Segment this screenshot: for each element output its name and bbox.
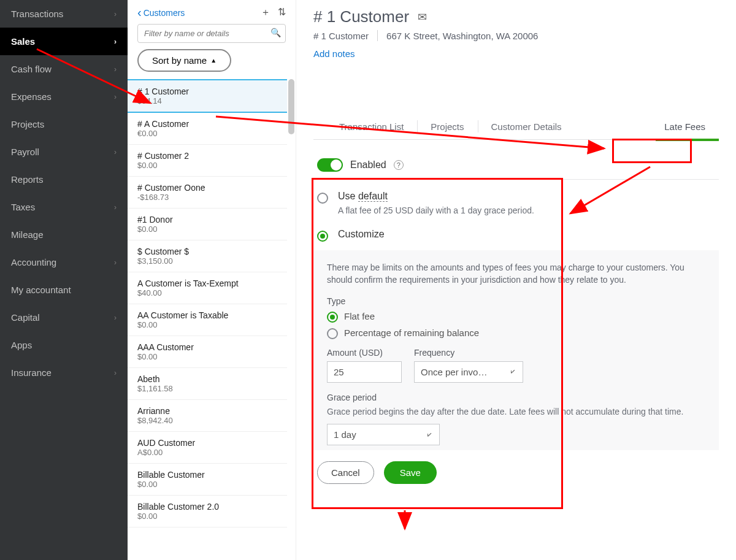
sidebar-item-cash-flow[interactable]: Cash flow› (0, 55, 128, 83)
save-button[interactable]: Save (384, 461, 437, 484)
frequency-select[interactable]: Once per invo… 🗸 (414, 361, 523, 383)
list-item[interactable]: Abeth$1,161.58 (128, 368, 287, 400)
sidebar-item-label: Payroll (11, 147, 39, 157)
scrollbar-thumb[interactable] (288, 79, 294, 134)
list-item[interactable]: # Customer 2$0.00 (128, 145, 287, 177)
enabled-label: Enabled (350, 159, 386, 171)
list-item[interactable]: AA Customer is Taxable$0.00 (128, 304, 287, 336)
chevron-right-icon: › (114, 203, 117, 212)
page-title: # 1 Customer (313, 7, 409, 26)
list-item[interactable]: A Customer is Tax-Exempt$40.00 (128, 272, 287, 304)
cancel-button[interactable]: Cancel (317, 461, 374, 484)
amount-input[interactable] (327, 361, 402, 383)
list-item-name: #1 Donor (137, 215, 277, 224)
sidebar-item-payroll[interactable]: Payroll› (0, 138, 128, 166)
list-item-name: A Customer is Tax-Exempt (137, 278, 277, 288)
tab-projects[interactable]: Projects (417, 114, 477, 139)
list-item-amount: $0.00 (137, 512, 277, 521)
sidebar-item-sales[interactable]: Sales› (0, 28, 128, 55)
list-item-amount: $0.00 (137, 480, 277, 489)
list-item[interactable]: Billable Customer 2.0$0.00 (128, 496, 287, 527)
list-item-name: Billable Customer 2.0 (137, 502, 277, 512)
list-item[interactable]: # A Customer€0.00 (128, 113, 287, 145)
sidebar-item-label: Apps (11, 340, 32, 350)
list-item-amount: -$168.73 (137, 193, 277, 202)
flat-fee-label: Flat fee (344, 311, 375, 321)
list-item[interactable]: $ Customer $$3,150.00 (128, 240, 287, 272)
grace-period-desc: Grace period begins the day after the du… (327, 406, 705, 418)
list-item-amount: $0.00 (137, 320, 277, 329)
sort-asc-icon: ▲ (210, 57, 217, 64)
tab-late-fees[interactable]: Late Fees (651, 114, 719, 139)
add-icon[interactable]: ＋ (261, 6, 270, 19)
list-settings-icon[interactable]: ⇅ (278, 6, 286, 19)
help-icon[interactable]: ? (394, 160, 404, 170)
list-item-amount: $0.00 (137, 224, 277, 234)
list-item[interactable]: #1 Donor$0.00 (128, 209, 287, 240)
fee-disclaimer: There may be limits on the amounts and t… (327, 261, 705, 286)
list-item[interactable]: AUD CustomerA$0.00 (128, 432, 287, 464)
list-item-amount: $8,942.40 (137, 416, 277, 425)
list-item-name: AAA Customer (137, 342, 277, 352)
customer-detail-panel: # 1 Customer ✉ # 1 Customer 667 K Street… (296, 0, 736, 560)
list-item[interactable]: Billable Customer$0.00 (128, 464, 287, 496)
radio-percentage[interactable] (327, 328, 338, 339)
sidebar-item-label: Accounting (11, 257, 56, 267)
sidebar-item-my-accountant[interactable]: My accountant (0, 276, 128, 304)
search-input[interactable] (137, 24, 286, 43)
email-icon[interactable]: ✉ (418, 10, 427, 24)
radio-customize[interactable] (317, 231, 328, 242)
radio-flat-fee[interactable] (327, 312, 338, 323)
grace-period-select[interactable]: 1 day 🗸 (327, 424, 440, 445)
sidebar-item-projects[interactable]: Projects (0, 110, 128, 138)
customize-settings-box: There may be limits on the amounts and t… (313, 250, 719, 450)
back-to-customers-link[interactable]: Customers (137, 8, 185, 18)
enabled-toggle[interactable] (317, 158, 343, 172)
sidebar-item-reports[interactable]: Reports (0, 166, 128, 193)
sidebar-item-label: Taxes (11, 202, 35, 212)
grace-period-value: 1 day (334, 429, 356, 440)
chevron-right-icon: › (114, 37, 117, 46)
sort-button[interactable]: Sort by name ▲ (137, 49, 231, 72)
radio-use-default[interactable] (317, 193, 328, 204)
search-icon[interactable]: 🔍 (270, 28, 281, 37)
list-item[interactable]: Arrianne$8,942.40 (128, 400, 287, 432)
sidebar-item-accounting[interactable]: Accounting› (0, 248, 128, 276)
sidebar-item-transactions[interactable]: Transactions› (0, 0, 128, 28)
list-item[interactable]: # 1 Customer$94.14 (128, 79, 287, 113)
sidebar-item-insurance[interactable]: Insurance› (0, 359, 128, 386)
scrollbar[interactable] (288, 79, 294, 560)
use-default-desc: A flat fee of 25 USD daily with a 1 day … (338, 205, 534, 215)
customer-subtitle: # 1 Customer (313, 31, 369, 41)
list-item[interactable]: AAA Customer$0.00 (128, 336, 287, 368)
sidebar-item-capital[interactable]: Capital› (0, 304, 128, 331)
divider (377, 30, 378, 41)
grace-period-label: Grace period (327, 393, 705, 402)
add-notes-link[interactable]: Add notes (313, 48, 355, 59)
sidebar-item-label: Transactions (11, 9, 63, 19)
sidebar-item-label: My accountant (11, 285, 71, 295)
tab-customer-details[interactable]: Customer Details (478, 114, 575, 139)
tab-transaction-list[interactable]: Transaction List (326, 114, 417, 139)
sidebar-item-apps[interactable]: Apps (0, 331, 128, 359)
sidebar-item-expenses[interactable]: Expenses› (0, 83, 128, 110)
sidebar-item-label: Mileage (11, 229, 44, 240)
sidebar-item-taxes[interactable]: Taxes› (0, 193, 128, 221)
chevron-down-icon: 🗸 (426, 431, 433, 439)
sidebar-item-label: Reports (11, 174, 44, 185)
list-item[interactable]: # Customer Oone-$168.73 (128, 177, 287, 209)
sidebar-item-label: Sales (11, 36, 35, 47)
sidebar-item-label: Capital (11, 312, 40, 323)
list-item-amount: $40.00 (137, 288, 277, 297)
type-label: Type (327, 296, 705, 306)
frequency-label: Frequency (414, 348, 523, 358)
list-item-amount: $94.14 (137, 96, 277, 105)
list-item-amount: $0.00 (137, 161, 277, 170)
frequency-value: Once per invo… (421, 367, 487, 377)
list-item-name: $ Customer $ (137, 247, 277, 256)
chevron-down-icon: 🗸 (509, 367, 516, 376)
list-item-amount: €0.00 (137, 129, 277, 138)
sidebar-item-mileage[interactable]: Mileage (0, 221, 128, 248)
chevron-right-icon: › (114, 10, 117, 18)
list-item-name: Arrianne (137, 406, 277, 416)
